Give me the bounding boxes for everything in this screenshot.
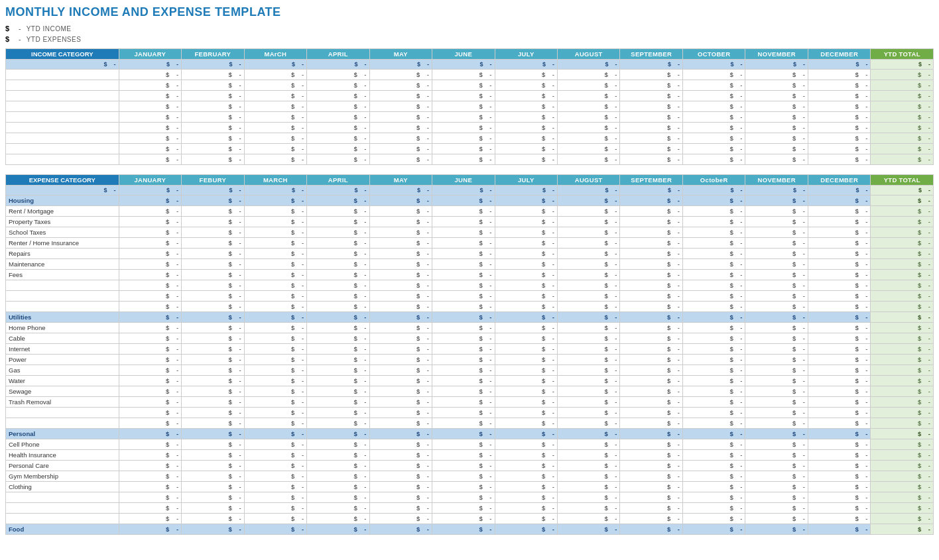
expense-cell[interactable]: $ - <box>307 439 369 450</box>
expense-cell[interactable]: $ - <box>682 249 745 259</box>
expense-cell[interactable]: $ - <box>808 259 870 270</box>
expense-cell[interactable]: $ - <box>745 450 808 461</box>
income-cell[interactable]: $ - <box>432 101 495 112</box>
expense-row-name[interactable]: Sewage <box>6 386 119 397</box>
expense-cell[interactable]: $ - <box>495 227 557 238</box>
income-cell[interactable]: $ - <box>307 70 369 80</box>
expense-cell[interactable]: $ - <box>307 227 369 238</box>
income-cell[interactable]: $ - <box>244 144 306 154</box>
income-cell[interactable]: $ - <box>495 91 557 101</box>
income-cell[interactable]: $ - <box>119 133 181 144</box>
expense-cell[interactable]: $ - <box>182 492 244 503</box>
expense-cell[interactable]: $ - <box>745 238 808 249</box>
expense-cell[interactable]: $ - <box>119 238 181 249</box>
expense-cell[interactable]: $ - <box>620 259 682 270</box>
expense-cell[interactable]: $ - <box>182 270 244 280</box>
expense-cell[interactable]: $ - <box>808 355 870 365</box>
expense-cell[interactable]: $ - <box>307 344 369 355</box>
expense-cell[interactable]: $ - <box>495 418 557 429</box>
expense-cell[interactable]: $ - <box>119 259 181 270</box>
expense-cell[interactable]: $ - <box>119 418 181 429</box>
expense-cell[interactable]: $ - <box>808 503 870 514</box>
expense-cell[interactable]: $ - <box>244 514 306 524</box>
expense-cell[interactable]: $ - <box>495 514 557 524</box>
expense-cell[interactable]: $ - <box>307 365 369 376</box>
expense-cell[interactable]: $ - <box>620 270 682 280</box>
expense-cell[interactable]: $ - <box>182 408 244 418</box>
expense-cell[interactable]: $ - <box>244 259 306 270</box>
income-cell[interactable]: $ - <box>558 80 620 91</box>
expense-cell[interactable]: $ - <box>495 471 557 482</box>
expense-cell[interactable]: $ - <box>307 450 369 461</box>
income-cell[interactable]: $ - <box>682 80 745 91</box>
expense-cell[interactable]: $ - <box>369 461 432 471</box>
expense-cell[interactable]: $ - <box>244 355 306 365</box>
expense-cell[interactable]: $ - <box>307 482 369 492</box>
income-cell[interactable]: $ - <box>745 70 808 80</box>
expense-cell[interactable]: $ - <box>432 386 495 397</box>
expense-cell[interactable]: $ - <box>808 206 870 217</box>
expense-cell[interactable]: $ - <box>745 461 808 471</box>
expense-cell[interactable]: $ - <box>307 217 369 227</box>
income-cell[interactable]: $ - <box>432 133 495 144</box>
expense-cell[interactable]: $ - <box>620 482 682 492</box>
income-cell[interactable]: $ - <box>119 80 181 91</box>
expense-cell[interactable]: $ - <box>244 461 306 471</box>
expense-cell[interactable]: $ - <box>119 206 181 217</box>
expense-cell[interactable]: $ - <box>119 408 181 418</box>
income-cell[interactable]: $ - <box>808 133 870 144</box>
income-cell[interactable]: $ - <box>745 80 808 91</box>
expense-cell[interactable]: $ - <box>495 291 557 302</box>
expense-cell[interactable]: $ - <box>369 344 432 355</box>
expense-cell[interactable]: $ - <box>620 503 682 514</box>
expense-cell[interactable]: $ - <box>244 227 306 238</box>
expense-cell[interactable]: $ - <box>682 355 745 365</box>
expense-cell[interactable]: $ - <box>119 333 181 344</box>
expense-row-name[interactable]: Repairs <box>6 249 119 259</box>
expense-cell[interactable]: $ - <box>808 439 870 450</box>
expense-cell[interactable]: $ - <box>620 365 682 376</box>
income-cell[interactable]: $ - <box>244 91 306 101</box>
expense-cell[interactable]: $ - <box>432 376 495 386</box>
expense-cell[interactable]: $ - <box>620 323 682 333</box>
expense-cell[interactable]: $ - <box>432 270 495 280</box>
expense-cell[interactable]: $ - <box>182 461 244 471</box>
income-cell[interactable]: $ - <box>182 70 244 80</box>
expense-cell[interactable]: $ - <box>369 418 432 429</box>
expense-cell[interactable]: $ - <box>745 365 808 376</box>
expense-cell[interactable]: $ - <box>495 238 557 249</box>
expense-cell[interactable]: $ - <box>369 514 432 524</box>
expense-cell[interactable]: $ - <box>808 408 870 418</box>
expense-cell[interactable]: $ - <box>244 270 306 280</box>
expense-cell[interactable]: $ - <box>682 217 745 227</box>
income-cell[interactable]: $ - <box>307 133 369 144</box>
expense-row-name[interactable]: Property Taxes <box>6 217 119 227</box>
expense-cell[interactable]: $ - <box>119 397 181 408</box>
expense-cell[interactable]: $ - <box>432 249 495 259</box>
expense-cell[interactable]: $ - <box>119 249 181 259</box>
expense-cell[interactable]: $ - <box>182 259 244 270</box>
income-cell[interactable]: $ - <box>808 91 870 101</box>
income-cell[interactable]: $ - <box>432 154 495 165</box>
expense-row-name[interactable]: Renter / Home Insurance <box>6 238 119 249</box>
expense-row-name[interactable]: Gym Membership <box>6 471 119 482</box>
expense-cell[interactable]: $ - <box>495 461 557 471</box>
expense-cell[interactable]: $ - <box>182 450 244 461</box>
income-cell[interactable]: $ - <box>682 123 745 133</box>
expense-cell[interactable]: $ - <box>808 386 870 397</box>
income-cell[interactable]: $ - <box>682 91 745 101</box>
expense-row-name[interactable]: Clothing <box>6 482 119 492</box>
expense-cell[interactable]: $ - <box>682 270 745 280</box>
expense-cell[interactable]: $ - <box>432 408 495 418</box>
expense-cell[interactable]: $ - <box>119 503 181 514</box>
income-cell[interactable]: $ - <box>307 80 369 91</box>
income-row-name[interactable] <box>6 70 119 80</box>
expense-cell[interactable]: $ - <box>244 439 306 450</box>
expense-cell[interactable]: $ - <box>495 365 557 376</box>
expense-cell[interactable]: $ - <box>307 397 369 408</box>
income-cell[interactable]: $ - <box>244 101 306 112</box>
expense-cell[interactable]: $ - <box>745 514 808 524</box>
expense-row-name[interactable] <box>6 514 119 524</box>
expense-cell[interactable]: $ - <box>432 471 495 482</box>
income-cell[interactable]: $ - <box>182 154 244 165</box>
